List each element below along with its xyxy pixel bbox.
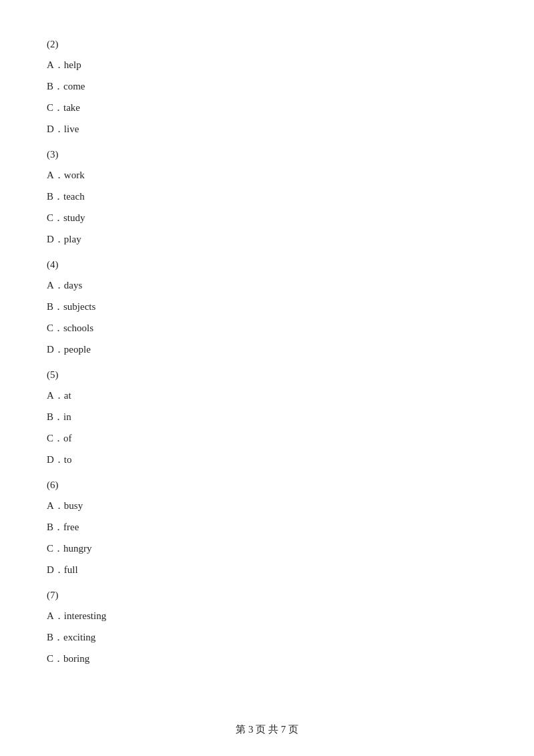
question-6-option-3: C．boring — [47, 650, 487, 667]
question-4-option-2: B．in — [47, 409, 487, 425]
question-2-option-2: B．teach — [47, 188, 487, 204]
question-3-option-3: C．schools — [47, 320, 487, 336]
question-2-option-3: C．study — [47, 210, 487, 226]
question-3-option-4: D．people — [47, 341, 487, 357]
question-number-3: (4) — [47, 259, 487, 270]
question-number-4: (5) — [47, 369, 487, 381]
question-6-option-1: A．interesting — [47, 608, 487, 624]
question-number-2: (3) — [47, 149, 487, 160]
question-5-option-4: D．full — [47, 562, 487, 578]
question-5-option-2: B．free — [47, 519, 487, 535]
question-5-option-1: A．busy — [47, 498, 487, 514]
question-number-6: (7) — [47, 590, 487, 601]
question-3-option-1: A．days — [47, 277, 487, 293]
question-1-option-4: D．live — [47, 121, 487, 137]
question-2-option-1: A．work — [47, 167, 487, 183]
page-footer: 第 3 页 共 7 页 — [0, 723, 534, 736]
question-5-option-3: C．hungry — [47, 540, 487, 556]
question-1-option-1: A．help — [47, 57, 487, 73]
page-content: (2)A．helpB．comeC．takeD．live(3)A．workB．te… — [0, 0, 534, 712]
question-4-option-4: D．to — [47, 451, 487, 467]
question-4-option-3: C．of — [47, 430, 487, 446]
question-1-option-2: B．come — [47, 78, 487, 94]
question-1-option-3: C．take — [47, 100, 487, 116]
question-6-option-2: B．exciting — [47, 629, 487, 645]
footer-text: 第 3 页 共 7 页 — [236, 724, 298, 735]
question-number-1: (2) — [47, 39, 487, 50]
question-number-5: (6) — [47, 480, 487, 491]
question-3-option-2: B．subjects — [47, 299, 487, 315]
question-2-option-4: D．play — [47, 231, 487, 247]
question-4-option-1: A．at — [47, 387, 487, 403]
